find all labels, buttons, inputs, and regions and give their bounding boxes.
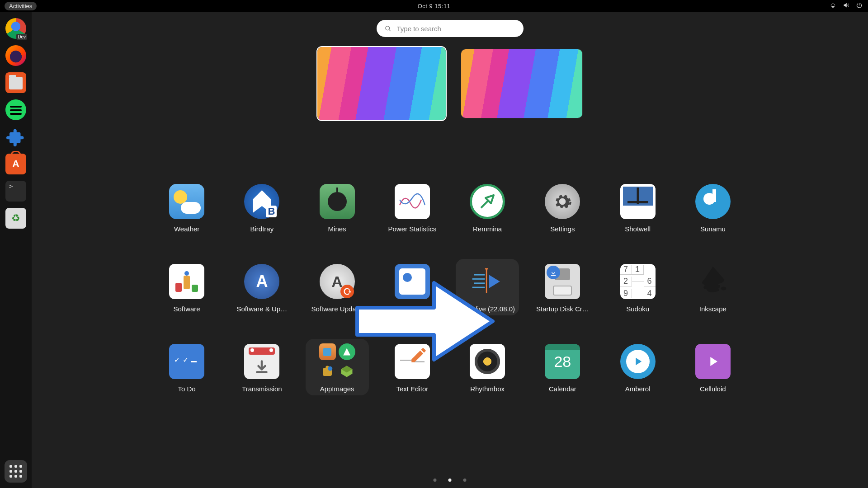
app-label: Amberol [625, 385, 651, 393]
app-label: Remmina [473, 225, 502, 233]
app-label: Birdtray [250, 225, 274, 233]
app-label: AppImages [320, 385, 354, 393]
search-icon [385, 25, 392, 32]
app-celluloid[interactable]: Celluloid [681, 339, 745, 395]
calendar-day-badge: 28 [545, 344, 580, 379]
svg-point-5 [721, 287, 726, 291]
dock [0, 12, 32, 488]
dock-app-spotify[interactable] [5, 99, 26, 120]
app-startup-disk-creator[interactable]: Startup Disk Cr… [531, 259, 594, 315]
dock-trash[interactable] [5, 208, 26, 229]
app-label: Startup Disk Cr… [536, 305, 589, 313]
app-remmina[interactable]: Remmina [456, 179, 519, 235]
app-text-editor[interactable]: Text Editor [381, 339, 444, 395]
page-dot-1[interactable] [434, 479, 437, 482]
workspace-switcher [32, 47, 868, 120]
app-label: Mines [328, 225, 346, 233]
app-startup-applications[interactable]: Startup [381, 259, 444, 315]
dock-app-extensions[interactable] [5, 127, 26, 147]
app-label: Sudoku [626, 305, 649, 313]
show-applications-button[interactable] [5, 460, 27, 483]
dock-app-terminal[interactable] [5, 181, 26, 202]
app-label: Power Statistics [388, 225, 437, 233]
power-icon[interactable] [856, 2, 863, 10]
app-mines[interactable]: Mines [306, 179, 369, 235]
app-label: Kdenlive (22.08.0) [460, 305, 515, 313]
app-sunamu[interactable]: Sunamu [681, 179, 745, 235]
app-sudoku[interactable]: 7 1 2 6 9 4 Sudoku [606, 259, 670, 315]
app-birdtray[interactable]: B Birdtray [230, 179, 293, 235]
app-label: Celluloid [700, 385, 726, 393]
app-software-and-updates[interactable]: A Software & Up… [230, 259, 293, 315]
page-dot-3[interactable] [463, 479, 467, 482]
app-software[interactable]: Software [155, 259, 218, 315]
app-label: Software & Up… [237, 305, 288, 313]
app-folder-appimages[interactable]: AppImages [306, 339, 369, 395]
app-software-updater[interactable]: A Software Upda… [306, 259, 369, 315]
app-label: Software [174, 305, 200, 313]
app-label: Text Editor [396, 385, 428, 393]
volume-icon[interactable] [843, 2, 849, 10]
top-bar: Activities Oct 9 15:11 [0, 0, 868, 12]
activities-overview: Weather B Birdtray Mines Power Statistic… [32, 12, 868, 488]
search-input[interactable] [397, 25, 515, 33]
activities-button[interactable]: Activities [5, 2, 37, 10]
search-bar[interactable] [377, 20, 524, 37]
dock-app-ubuntu-software[interactable] [5, 154, 26, 174]
app-kdenlive[interactable]: Kdenlive (22.08.0) [456, 259, 519, 315]
network-icon[interactable] [830, 2, 836, 10]
app-rhythmbox[interactable]: Rhythmbox [456, 339, 519, 395]
app-weather[interactable]: Weather [155, 179, 218, 235]
app-amberol[interactable]: Amberol [606, 339, 670, 395]
app-label: Rhythmbox [470, 385, 505, 393]
app-shotwell[interactable]: Shotwell [606, 179, 670, 235]
page-dot-2[interactable] [448, 479, 452, 482]
app-label: Calendar [549, 385, 576, 393]
app-settings[interactable]: Settings [531, 179, 594, 235]
application-grid: Weather B Birdtray Mines Power Statistic… [149, 179, 750, 395]
dock-app-chrome-dev[interactable] [5, 18, 26, 39]
svg-point-6 [328, 366, 332, 371]
workspace-thumb-2[interactable] [461, 49, 582, 118]
app-label: Sunamu [700, 225, 726, 233]
app-power-statistics[interactable]: Power Statistics [381, 179, 444, 235]
app-label: Weather [174, 225, 199, 233]
workspace-thumb-1[interactable] [317, 47, 446, 120]
app-calendar[interactable]: 28 Calendar [531, 339, 594, 395]
app-label: Software Upda… [311, 305, 363, 313]
app-transmission[interactable]: Transmission [230, 339, 293, 395]
system-tray[interactable] [830, 2, 863, 10]
dock-app-files[interactable] [5, 72, 26, 93]
app-label: Shotwell [625, 225, 651, 233]
app-inkscape[interactable]: Inkscape [681, 259, 745, 315]
app-label: Transmission [242, 385, 282, 393]
page-indicator[interactable] [434, 479, 467, 482]
clock[interactable]: Oct 9 15:11 [418, 3, 451, 9]
app-label: To Do [178, 385, 196, 393]
dock-app-firefox[interactable] [5, 45, 26, 66]
app-label: Settings [550, 225, 575, 233]
app-label: Startup [401, 305, 423, 313]
app-todo[interactable]: ✓ ✓ To Do [155, 339, 218, 395]
app-label: Inkscape [699, 305, 726, 313]
